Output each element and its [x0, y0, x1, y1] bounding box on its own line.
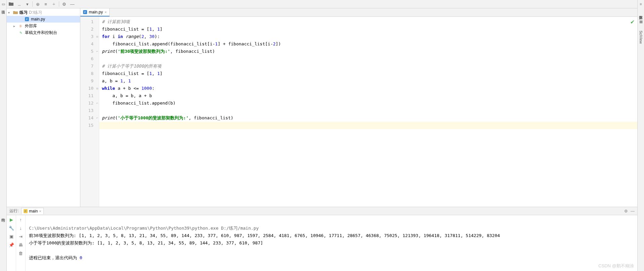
line-number[interactable]: 13 [80, 107, 99, 114]
code-line[interactable] [99, 107, 637, 114]
code-line[interactable]: # 计算小于等于1000的所有项 [99, 63, 637, 70]
code-line[interactable]: fibonacci_list = [1, 1] [99, 26, 637, 33]
fold-end-icon: ⌐ [97, 114, 98, 122]
minimize-icon[interactable]: — [69, 1, 75, 7]
scroll-down-icon[interactable]: ↓ [20, 226, 22, 231]
python-file-icon: P [83, 10, 87, 14]
soft-wrap-icon[interactable]: ⇥ [19, 234, 23, 239]
line-number[interactable]: 3⊟ [80, 33, 99, 40]
line-number[interactable]: 12⌐ [80, 100, 99, 107]
project-toolbar: ... ▾ ⊕ ≡ ÷ ⚙ — [7, 0, 637, 8]
line-gutter[interactable]: 123⊟45⌐678910⊟1112⌐1314⌐15 [80, 17, 99, 207]
code-line[interactable] [99, 55, 637, 63]
run-config-tab[interactable]: P main × [21, 208, 43, 214]
structure-tab[interactable]: 结构 [0, 213, 6, 217]
editor-tab-main-py[interactable]: P main.py × [80, 8, 110, 16]
external-libs-node[interactable]: ▸ ⊪ 外部库 [7, 23, 80, 29]
tab-label: main.py [89, 10, 103, 14]
view-mode-dropdown[interactable]: ... [16, 1, 22, 7]
scratches-node[interactable]: ✎ 草稿文件和控制台 [7, 29, 80, 36]
close-icon[interactable]: × [39, 209, 41, 213]
editor-panel: P main.py × 123⊟45⌐678910⊟1112⌐1314⌐15 #… [80, 8, 637, 207]
folder-icon[interactable] [8, 1, 14, 7]
trash-icon[interactable]: 🗑 [18, 251, 23, 256]
run-actions-col-2: ↑ ↓ ⇥ 🖶 🗑 [16, 215, 26, 271]
code-line[interactable]: print('小于等于1000的斐波那契数列为:', fibonacci_lis… [99, 114, 637, 122]
rerun-icon[interactable]: ▶ [10, 217, 13, 222]
run-header: 运行: P main × ⚙ — [7, 207, 637, 215]
stop-icon[interactable]: ▣ [9, 234, 13, 239]
project-root-node[interactable]: ▾ 练习 D:\练习 [7, 9, 80, 16]
line-number[interactable]: 10⊟ [80, 85, 99, 92]
close-icon[interactable]: × [105, 10, 107, 14]
code-line[interactable]: fibonacci_list.append(fibonacci_list[i-1… [99, 40, 637, 48]
print-icon[interactable]: 🖶 [18, 242, 23, 247]
chevron-right-icon[interactable]: ▸ [13, 24, 18, 28]
wrench-icon[interactable]: 🔧 [9, 226, 14, 231]
fold-end-icon: ⌐ [97, 48, 98, 55]
sciview-tab[interactable]: SciView [639, 31, 643, 44]
editor-tab-bar: P main.py × [80, 8, 637, 17]
chevron-down-icon[interactable]: ▾ [24, 1, 30, 7]
folder-icon [13, 11, 18, 14]
line-number[interactable]: 5⌐ [80, 48, 99, 55]
target-icon[interactable]: ⊕ [35, 1, 41, 7]
scratch-icon: ✎ [18, 31, 24, 35]
right-tool-strip: ≡ 数据库 ▦ SciView [637, 0, 644, 271]
gear-icon[interactable]: ⚙ [624, 209, 628, 214]
code-line[interactable]: fibonacci_list = [1, 1] [99, 70, 637, 77]
line-number[interactable]: 1 [80, 18, 99, 26]
code-line[interactable]: a, b = b, a + b [99, 92, 637, 100]
run-actions-col-1: ▶ 🔧 ▣ 📌 [7, 215, 16, 271]
project-panel-icon[interactable]: ▭ [2, 2, 5, 6]
exit-message: 进程已结束，退出代码为 0 [29, 255, 82, 260]
code-line[interactable]: while a + b <= 1000: [99, 85, 637, 92]
code-line[interactable]: # 计算前30项 [99, 18, 637, 26]
line-number[interactable]: 6 [80, 55, 99, 63]
line-number[interactable]: 7 [80, 63, 99, 70]
console-output[interactable]: C:\Users\Administrator\AppData\Local\Pro… [26, 215, 637, 271]
database-icon[interactable]: ≡ [640, 2, 642, 6]
project-name: 练习 [20, 10, 28, 15]
chevron-down-icon[interactable]: ▾ [8, 11, 13, 14]
separator [32, 1, 33, 7]
output-line-2: 小于等于1000的斐波那契数列为: [1, 1, 2, 3, 5, 8, 13,… [29, 240, 263, 245]
check-icon[interactable]: ✔ [630, 19, 635, 25]
library-icon: ⊪ [18, 24, 24, 28]
line-number[interactable]: 15 [80, 122, 99, 129]
project-tree-panel: ▾ 练习 D:\练习 P main.py ▸ ⊪ 外部库 [7, 8, 80, 207]
code-line[interactable]: print('前30项斐波那契数列为:', fibonacci_list) [99, 48, 637, 55]
fold-icon[interactable]: ⊟ [97, 85, 98, 92]
line-number[interactable]: 14⌐ [80, 114, 99, 122]
run-tool-window: 运行: P main × ⚙ — ▶ 🔧 ▣ 📌 [7, 207, 637, 271]
pin-icon[interactable]: 📌 [9, 242, 14, 247]
line-number[interactable]: 8 [80, 70, 99, 77]
run-label: 运行: [9, 208, 18, 214]
line-number[interactable]: 2 [80, 26, 99, 33]
scroll-up-icon[interactable]: ↑ [20, 217, 22, 222]
svg-text:P: P [84, 11, 86, 14]
collapse-icon[interactable]: ÷ [51, 1, 57, 7]
svg-text:P: P [26, 18, 28, 21]
line-number[interactable]: 11 [80, 92, 99, 100]
fold-icon[interactable]: ⊟ [97, 33, 98, 40]
svg-text:P: P [25, 210, 27, 213]
line-number[interactable]: 4 [80, 40, 99, 48]
fold-end-icon: ⌐ [97, 100, 98, 107]
scratches-label: 草稿文件和控制台 [25, 30, 57, 36]
editor-body[interactable]: 123⊟45⌐678910⊟1112⌐1314⌐15 # 计算前30项fibon… [80, 17, 637, 207]
code-line[interactable]: fibonacci_list.append(b) [99, 100, 637, 107]
minimize-icon[interactable]: — [631, 209, 635, 214]
code-line[interactable]: a, b = 1, 1 [99, 77, 637, 85]
python-file-icon: P [24, 17, 30, 21]
external-libs-label: 外部库 [25, 23, 37, 29]
code-line[interactable] [99, 122, 637, 129]
project-path: D:\练习 [29, 10, 42, 15]
file-node-main-py[interactable]: P main.py [7, 16, 80, 23]
code-area[interactable]: # 计算前30项fibonacci_list = [1, 1]for i in … [99, 17, 637, 207]
gear-icon[interactable]: ⚙ [61, 1, 67, 7]
code-line[interactable]: for i in range(2, 30): [99, 33, 637, 40]
line-number[interactable]: 9 [80, 77, 99, 85]
expand-icon[interactable]: ≡ [43, 1, 49, 7]
sciview-icon[interactable]: ▦ [639, 20, 643, 24]
